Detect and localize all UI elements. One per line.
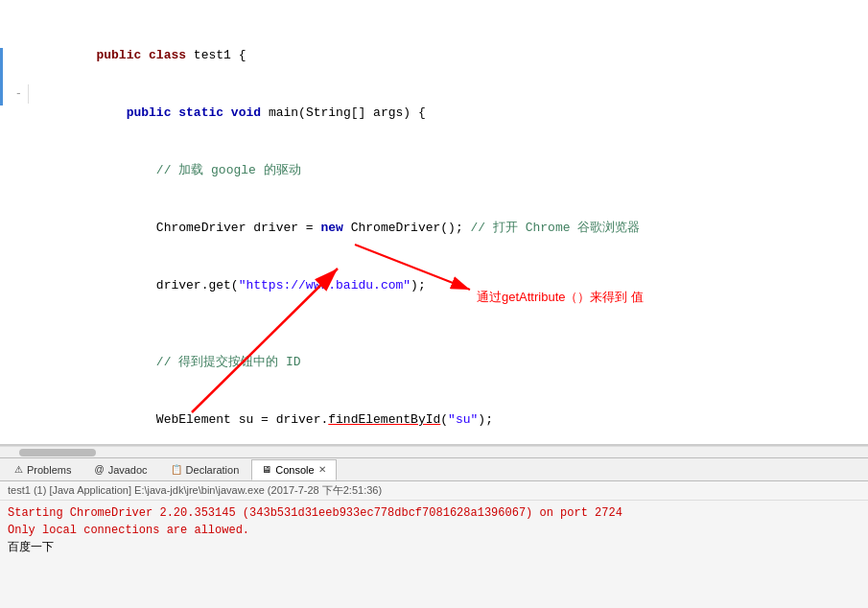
code-line — [0, 315, 868, 334]
code-line: public class test1 { — [0, 27, 868, 84]
tab-javadoc[interactable]: @ Javadoc — [83, 459, 157, 480]
tab-console[interactable]: 🖥 Console ✕ — [251, 459, 336, 480]
horizontal-scrollbar[interactable] — [0, 446, 868, 457]
code-line — [0, 8, 868, 27]
console-line-1-text: Starting ChromeDriver 2.20.353145 (343b5… — [8, 506, 622, 520]
editor-area: public class test1 { - public static voi… — [0, 0, 868, 446]
line-number: - — [0, 84, 29, 104]
code-line: ChromeDriver driver = new ChromeDriver()… — [0, 199, 868, 257]
console-line-3-text: 百度一下 — [8, 541, 54, 554]
line-content — [36, 8, 868, 27]
tabs-bar: ⚠ Problems @ Javadoc 📋 Declaration 🖥 Con… — [0, 458, 868, 481]
console-line-2: Only local connections are allowed. — [8, 522, 860, 539]
code-line: - public static void main(String[] args)… — [0, 84, 868, 142]
console-header: test1 (1) [Java Application] E:\java-jdk… — [0, 481, 868, 501]
line-content: WebElement su = driver.findElementById("… — [36, 391, 868, 446]
line-content: public class test1 { — [36, 27, 868, 84]
console-icon: 🖥 — [262, 464, 271, 475]
line-content: driver.get("https://www.baidu.com"); — [36, 257, 868, 315]
tab-console-label: Console — [275, 464, 314, 476]
tab-declaration[interactable]: 📋 Declaration — [160, 459, 250, 480]
console-output: Starting ChromeDriver 2.20.353145 (343b5… — [0, 501, 868, 608]
line-content: ChromeDriver driver = new ChromeDriver()… — [36, 199, 868, 257]
bottom-panel: ⚠ Problems @ Javadoc 📋 Declaration 🖥 Con… — [0, 457, 868, 608]
tab-javadoc-label: Javadoc — [108, 464, 148, 476]
console-close-icon[interactable]: ✕ — [318, 464, 326, 475]
code-line: driver.get("https://www.baidu.com"); — [0, 257, 868, 315]
code-line: WebElement su = driver.findElementById("… — [0, 391, 868, 446]
line-content: // 得到提交按钮中的 ID — [36, 334, 868, 391]
problems-icon: ⚠ — [14, 464, 23, 475]
javadoc-icon: @ — [94, 464, 104, 475]
line-content — [36, 315, 868, 334]
line-content: // 加载 google 的驱动 — [36, 142, 868, 199]
console-line-2-text: Only local connections are allowed. — [8, 524, 249, 537]
console-line-3: 百度一下 — [8, 539, 860, 556]
declaration-icon: 📋 — [171, 464, 182, 475]
console-line-1: Starting ChromeDriver 2.20.353145 (343b5… — [8, 504, 860, 522]
scrollbar-thumb[interactable] — [19, 449, 96, 456]
tab-problems[interactable]: ⚠ Problems — [4, 459, 82, 480]
console-header-text: test1 (1) [Java Application] E:\java-jdk… — [8, 484, 382, 496]
code-container: public class test1 { - public static voi… — [0, 0, 868, 446]
line-content: public static void main(String[] args) { — [36, 84, 868, 142]
tab-declaration-label: Declaration — [186, 464, 240, 476]
code-line: // 得到提交按钮中的 ID — [0, 334, 868, 391]
tab-problems-label: Problems — [27, 464, 71, 476]
code-line: // 加载 google 的驱动 — [0, 142, 868, 199]
